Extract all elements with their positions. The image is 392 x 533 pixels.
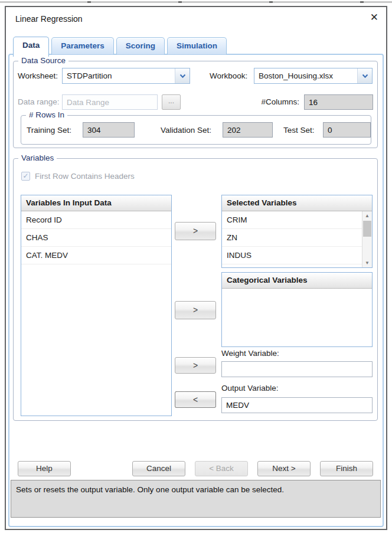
list-item[interactable]: CHAS bbox=[21, 229, 171, 247]
weight-variable-input[interactable] bbox=[221, 361, 373, 377]
worksheet-value: STDPartition bbox=[63, 68, 175, 83]
vertical-scrollbar[interactable]: ▲ ▼ bbox=[362, 211, 372, 267]
data-range-input bbox=[62, 94, 158, 110]
list-item[interactable]: NOX bbox=[222, 264, 372, 267]
categorical-list-body bbox=[222, 289, 372, 346]
weight-variable-label: Weight Variable: bbox=[221, 349, 279, 358]
status-message: Sets or resets the output variable. Only… bbox=[11, 480, 381, 518]
output-variable-label: Output Variable: bbox=[221, 384, 279, 393]
scroll-down-icon[interactable]: ▼ bbox=[362, 259, 372, 267]
variables-group: Variables ✓ First Row Contains Headers V… bbox=[13, 158, 378, 421]
cancel-button[interactable]: Cancel bbox=[132, 461, 185, 476]
dialog-title: Linear Regression bbox=[15, 14, 83, 24]
tab-content-panel: Data Source Worksheet: STDPartition Work… bbox=[8, 54, 384, 527]
background-artifact bbox=[0, 1, 392, 3]
variables-legend: Variables bbox=[18, 153, 57, 162]
scrollbar-thumb[interactable] bbox=[363, 221, 371, 237]
data-source-legend: Data Source bbox=[18, 56, 68, 65]
tab-parameters[interactable]: Parameters bbox=[51, 37, 114, 54]
chevron-down-icon[interactable] bbox=[175, 68, 190, 83]
close-icon[interactable]: ✕ bbox=[370, 12, 378, 24]
help-button[interactable]: Help bbox=[18, 461, 71, 476]
data-source-group: Data Source Worksheet: STDPartition Work… bbox=[13, 61, 378, 148]
first-row-headers-checkbox: ✓ bbox=[21, 172, 30, 181]
validation-set-field: 202 bbox=[223, 122, 273, 138]
finish-button[interactable]: Finish bbox=[320, 461, 373, 476]
workbook-label: Workbook: bbox=[210, 71, 247, 80]
tab-simulation[interactable]: Simulation bbox=[167, 37, 227, 54]
browse-button[interactable]: ... bbox=[162, 94, 181, 110]
worksheet-dropdown[interactable]: STDPartition bbox=[62, 68, 190, 84]
rows-in-group: # Rows In Training Set: 304 Validation S… bbox=[21, 115, 371, 145]
list-item[interactable]: INDUS bbox=[222, 247, 372, 264]
scroll-up-icon[interactable]: ▲ bbox=[362, 211, 372, 220]
back-button: < Back bbox=[195, 461, 248, 476]
rows-in-legend: # Rows In bbox=[26, 110, 67, 119]
list-item[interactable]: CAT. MEDV bbox=[21, 247, 171, 264]
move-to-selected-button[interactable]: > bbox=[175, 222, 216, 240]
validation-set-label: Validation Set: bbox=[161, 126, 211, 135]
categorical-list-header: Categorical Variables bbox=[222, 273, 372, 289]
list-item[interactable]: CRIM bbox=[222, 211, 372, 229]
linear-regression-dialog: Linear Regression ✕ Data Parameters Scor… bbox=[5, 6, 387, 530]
input-list-body: Record ID CHAS CAT. MEDV bbox=[21, 211, 171, 416]
categorical-variables-list[interactable]: Categorical Variables bbox=[221, 272, 373, 347]
selected-list-body: CRIM ZN INDUS NOX ▲ ▼ bbox=[222, 211, 372, 267]
move-to-weight-button[interactable]: > bbox=[175, 357, 216, 374]
columns-field: 16 bbox=[304, 94, 373, 110]
data-range-label: Data range: bbox=[18, 97, 60, 106]
first-row-headers-label: First Row Contains Headers bbox=[35, 172, 135, 181]
test-set-field: 0 bbox=[323, 122, 371, 138]
tab-scoring[interactable]: Scoring bbox=[116, 37, 165, 54]
list-item[interactable]: ZN bbox=[222, 229, 372, 247]
tab-data[interactable]: Data bbox=[13, 37, 49, 57]
chevron-down-icon[interactable] bbox=[357, 68, 372, 83]
workbook-dropdown[interactable]: Boston_Housing.xlsx bbox=[254, 68, 373, 84]
worksheet-label: Worksheet: bbox=[18, 71, 58, 80]
training-set-label: Training Set: bbox=[27, 126, 71, 135]
move-to-categorical-button[interactable]: > bbox=[175, 301, 216, 319]
test-set-label: Test Set: bbox=[283, 126, 315, 135]
columns-label: #Columns: bbox=[249, 97, 299, 106]
variables-in-input-data-list[interactable]: Variables In Input Data Record ID CHAS C… bbox=[21, 195, 172, 416]
output-variable-input[interactable] bbox=[221, 397, 373, 413]
input-list-header: Variables In Input Data bbox=[21, 195, 171, 211]
selected-variables-list[interactable]: Selected Variables CRIM ZN INDUS NOX ▲ ▼ bbox=[221, 195, 373, 268]
remove-output-button[interactable]: < bbox=[175, 391, 216, 408]
selected-list-header: Selected Variables bbox=[222, 195, 372, 211]
list-item[interactable]: Record ID bbox=[21, 211, 171, 229]
training-set-field: 304 bbox=[83, 122, 135, 138]
tab-bar: Data Parameters Scoring Simulation bbox=[13, 37, 227, 54]
check-icon: ✓ bbox=[22, 172, 28, 180]
workbook-value: Boston_Housing.xlsx bbox=[254, 68, 357, 83]
next-button[interactable]: Next > bbox=[257, 461, 311, 476]
